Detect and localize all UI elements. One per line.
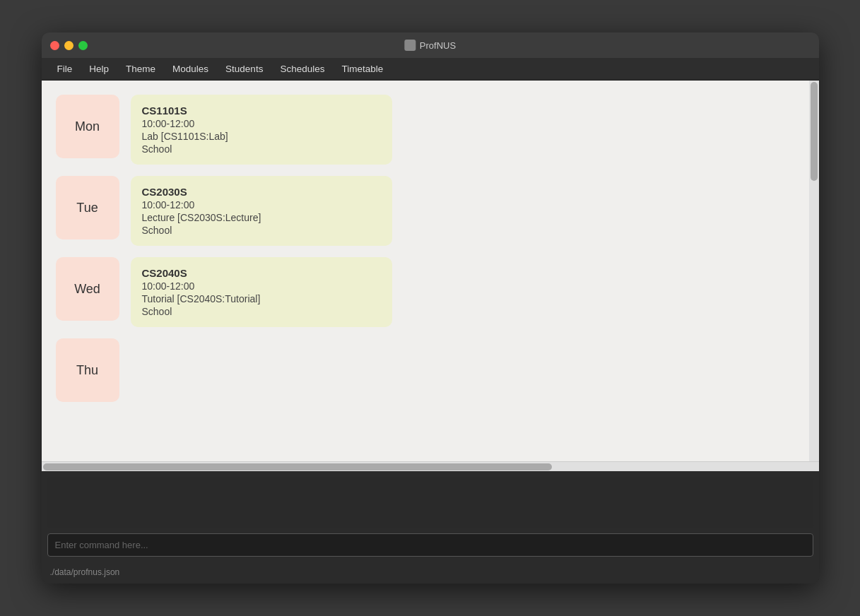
traffic-lights <box>50 41 88 50</box>
day-row-mon: Mon CS1101S 10:00-12:00 Lab [CS1101S:Lab… <box>56 95 805 165</box>
status-bar: ./data/profnus.json <box>42 562 819 584</box>
event-location: School <box>142 225 381 236</box>
menu-timetable[interactable]: Timetable <box>334 61 390 77</box>
event-location: School <box>142 306 381 317</box>
day-events-mon: CS1101S 10:00-12:00 Lab [CS1101S:Lab] Sc… <box>131 95 805 165</box>
event-location: School <box>142 143 381 155</box>
course-code: CS1101S <box>142 105 381 117</box>
app-icon <box>404 40 416 51</box>
event-card-wed-0[interactable]: CS2040S 10:00-12:00 Tutorial [CS2040S:Tu… <box>131 257 392 327</box>
event-card-tue-0[interactable]: CS2030S 10:00-12:00 Lecture [CS2030S:Lec… <box>131 176 392 246</box>
day-events-wed: CS2040S 10:00-12:00 Tutorial [CS2040S:Tu… <box>131 257 805 327</box>
menu-schedules[interactable]: Schedules <box>273 61 331 77</box>
menu-students[interactable]: Students <box>218 61 270 77</box>
app-window: ProfNUS File Help Theme Modules Students… <box>42 32 819 584</box>
day-row-thu: Thu <box>56 338 805 402</box>
schedule-area[interactable]: Mon CS1101S 10:00-12:00 Lab [CS1101S:Lab… <box>42 81 819 461</box>
close-button[interactable] <box>50 41 59 50</box>
menu-modules[interactable]: Modules <box>165 61 216 77</box>
status-text: ./data/profnus.json <box>50 567 120 577</box>
menu-bar: File Help Theme Modules Students Schedul… <box>42 58 819 81</box>
event-type-slot: Tutorial [CS2040S:Tutorial] <box>142 293 381 304</box>
window-title-text: ProfNUS <box>420 40 456 51</box>
day-label-mon: Mon <box>56 95 119 158</box>
horizontal-scrollbar[interactable] <box>42 461 819 471</box>
menu-theme[interactable]: Theme <box>119 61 163 77</box>
command-input-row <box>42 531 819 562</box>
day-label-tue: Tue <box>56 176 119 239</box>
course-code: CS2030S <box>142 186 381 198</box>
event-time: 10:00-12:00 <box>142 280 381 292</box>
minimize-button[interactable] <box>64 41 73 50</box>
menu-help[interactable]: Help <box>82 61 116 77</box>
day-row-wed: Wed CS2040S 10:00-12:00 Tutorial [CS2040… <box>56 257 805 327</box>
event-time: 10:00-12:00 <box>142 118 381 129</box>
horizontal-scroll-thumb[interactable] <box>43 463 552 470</box>
day-label-wed: Wed <box>56 257 119 321</box>
event-time: 10:00-12:00 <box>142 199 381 211</box>
menu-file[interactable]: File <box>50 61 80 77</box>
vertical-scroll-thumb[interactable] <box>811 82 818 181</box>
window-title: ProfNUS <box>404 40 456 51</box>
day-events-tue: CS2030S 10:00-12:00 Lecture [CS2030S:Lec… <box>131 176 805 246</box>
console-output <box>47 477 813 528</box>
event-type-slot: Lab [CS1101S:Lab] <box>142 131 381 142</box>
bottom-panel: ./data/profnus.json <box>42 471 819 584</box>
day-label-thu: Thu <box>56 338 119 402</box>
maximize-button[interactable] <box>78 41 88 50</box>
main-content: Mon CS1101S 10:00-12:00 Lab [CS1101S:Lab… <box>42 81 819 471</box>
day-row-tue: Tue CS2030S 10:00-12:00 Lecture [CS2030S… <box>56 176 805 246</box>
title-bar: ProfNUS <box>42 32 819 58</box>
event-type-slot: Lecture [CS2030S:Lecture] <box>142 212 381 223</box>
vertical-scrollbar[interactable] <box>809 81 819 461</box>
course-code: CS2040S <box>142 267 381 279</box>
command-input[interactable] <box>47 533 813 557</box>
event-card-mon-0[interactable]: CS1101S 10:00-12:00 Lab [CS1101S:Lab] Sc… <box>131 95 392 165</box>
